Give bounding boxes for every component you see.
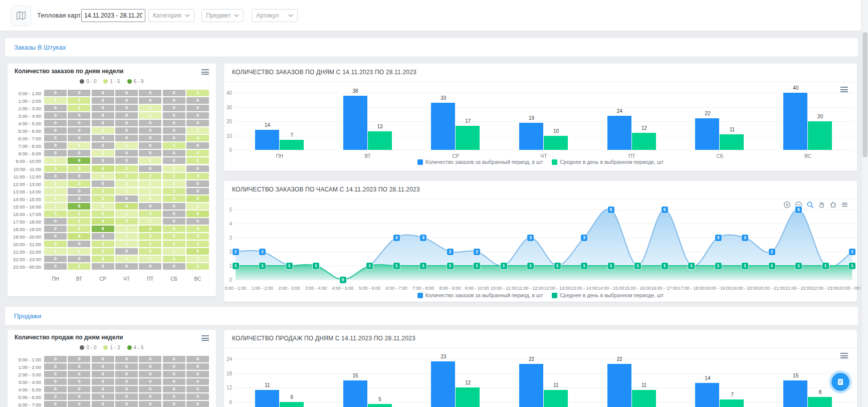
- report-fab-button[interactable]: [829, 370, 852, 393]
- heatmap-cell: 0: [186, 393, 209, 400]
- hour-range-label: 2:00 - 3:00: [8, 106, 41, 111]
- heatmap-legend-item: 4 - 5: [127, 345, 144, 350]
- legend-dot-icon: [103, 345, 108, 350]
- hour-range-label: 2:00 - 3:00: [8, 372, 41, 377]
- point-value-label: 2: [849, 249, 855, 255]
- heatmap-cell: 0: [115, 90, 138, 96]
- article-select[interactable]: Артикул: [252, 9, 298, 22]
- heatmap-cell: 1: [139, 256, 161, 262]
- point-value-label: 3: [393, 235, 400, 241]
- sales-section-link[interactable]: Продажи: [14, 312, 41, 320]
- page-scrollbar: [861, 0, 868, 407]
- heatmap-cell: 0: [115, 150, 138, 156]
- heatmap-cell: 0: [115, 393, 138, 400]
- point-value-label: 1: [527, 263, 534, 269]
- menu-icon[interactable]: [201, 335, 209, 341]
- heatmap-cell: 2: [68, 226, 90, 232]
- heatmap-cell: 0: [115, 363, 138, 370]
- heatmap-cell: 0: [115, 112, 138, 119]
- heatmap-cell: 1: [163, 165, 185, 172]
- heatmap-cell: 1: [44, 157, 67, 164]
- heatmap-cell: 0: [92, 142, 114, 149]
- heatmap-cell: 0: [92, 233, 114, 240]
- heatmap-cell: 0: [139, 97, 161, 104]
- day-label: ВТ: [68, 276, 90, 282]
- point-value-label: 1: [581, 263, 587, 269]
- heatmap-legend-item: 0 - 0: [80, 345, 96, 350]
- day-label: ПТ: [612, 153, 652, 159]
- heatmap-cell: 0: [115, 127, 138, 134]
- day-label: ПН: [44, 276, 67, 282]
- bar-secondary: [720, 134, 744, 150]
- heatmap-cell: 0: [186, 386, 209, 392]
- hour-range-label: 0:00 - 1:00: [8, 91, 41, 96]
- dashboard-screen: Тепловая карта Категория Предмет Артикул…: [0, 0, 868, 407]
- heatmap-cell: 3: [68, 165, 90, 172]
- heatmap-cell: 3: [163, 195, 185, 202]
- subject-select[interactable]: Предмет: [201, 9, 244, 22]
- hour-range-label: 21:00 - 22:00: [8, 249, 41, 255]
- heatmap-cell: 0: [139, 203, 161, 210]
- bar-value-label: 11: [632, 382, 657, 388]
- heatmap-cell: 3: [186, 226, 209, 232]
- day-label: ВС: [788, 153, 828, 159]
- heatmap-cell: 0: [139, 127, 161, 134]
- heatmap-cell: 3: [44, 241, 67, 247]
- menu-icon[interactable]: [201, 69, 209, 75]
- heatmap-cell: 0: [92, 371, 114, 377]
- hour-range-label: 18:00 - 19:00: [8, 227, 41, 232]
- category-select[interactable]: Категория: [148, 9, 194, 22]
- map-icon-button[interactable]: [11, 6, 31, 26]
- heatmap-cell: 1: [139, 188, 161, 194]
- point-value-label: 1: [795, 263, 802, 269]
- heatmap-cell: 0: [163, 150, 185, 156]
- bar-secondary: [808, 397, 832, 407]
- point-value-label: 1: [769, 263, 775, 269]
- heatmap-cell: 0: [44, 105, 67, 111]
- bar-value-label: 14: [255, 122, 280, 128]
- scrollbar-thumb[interactable]: [862, 32, 867, 157]
- legend-item[interactable]: Среднее в день в выбранном периоде, шт: [552, 292, 664, 298]
- point-value-label: 2: [259, 249, 266, 255]
- hour-range-label: 14:00 - 15:00: [8, 196, 41, 202]
- date-range-input[interactable]: [81, 9, 145, 22]
- heatmap-cell: 0: [163, 218, 185, 225]
- point-value-label: 3: [420, 235, 426, 241]
- point-value-label: 1: [259, 263, 266, 269]
- bar-primary: [431, 103, 455, 150]
- legend-item[interactable]: Количество заказов за выбранный период, …: [417, 292, 543, 298]
- bar-value-label: 10: [544, 128, 568, 134]
- heatmap-cell: 0: [44, 127, 67, 134]
- point-value-label: 1: [822, 263, 829, 269]
- orders-section-link[interactable]: Заказы В Штуках: [14, 44, 66, 51]
- bar-primary: [695, 383, 719, 407]
- bar-value-label: 14: [695, 375, 720, 381]
- heatmap-cell: 0: [186, 401, 209, 407]
- point-value-label: 5: [795, 207, 802, 213]
- point-value-label: 1: [233, 263, 239, 269]
- bar-value-label: 8: [808, 389, 832, 395]
- point-value-label: 1: [501, 263, 507, 269]
- heatmap-cell: 0: [44, 378, 67, 385]
- sales-section-panel: Продажи: [5, 307, 858, 325]
- heatmap-cell: 0: [139, 401, 161, 407]
- heatmap-cell: 2: [68, 211, 90, 217]
- heatmap-cell: 2: [92, 248, 114, 255]
- heatmap-cell: 1: [68, 248, 90, 255]
- legend-item[interactable]: Среднее в день в выбранном периоде, шт: [552, 159, 664, 165]
- heatmap-cell: 0: [163, 97, 185, 104]
- legend-item[interactable]: Количество заказов за выбранный период, …: [417, 159, 543, 165]
- heatmap-cell: 2: [186, 263, 209, 270]
- chevron-down-icon: [234, 14, 239, 17]
- heatmap-cell: 0: [44, 218, 67, 225]
- heatmap-cell: 0: [92, 363, 114, 370]
- heatmap-cell: 0: [115, 157, 138, 164]
- hour-range-label: 10:00 - 11:00: [8, 166, 41, 172]
- point-value-label: 1: [715, 263, 722, 269]
- heatmap-cell: 0: [163, 127, 185, 134]
- heatmap-cell: 1: [115, 256, 138, 262]
- heatmap-cell: 0: [68, 356, 90, 362]
- bar-primary: [519, 123, 543, 150]
- bar-secondary: [632, 133, 656, 150]
- heatmap-cell: 0: [44, 233, 67, 240]
